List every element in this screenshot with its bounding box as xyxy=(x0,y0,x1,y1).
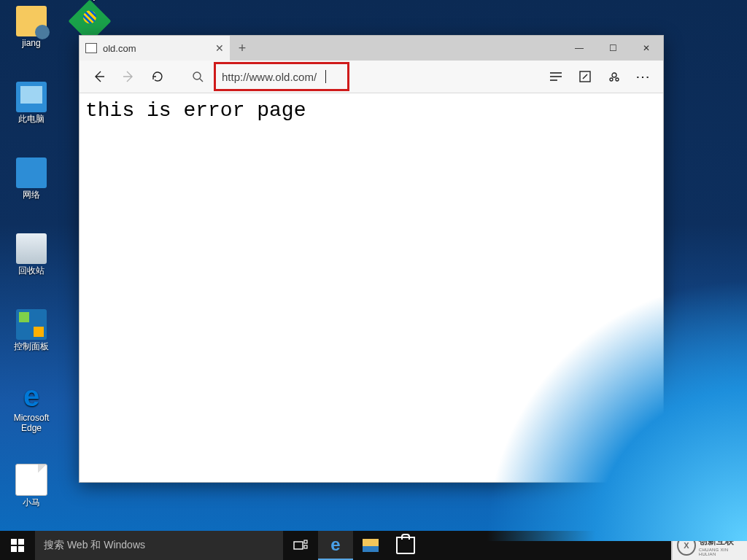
desktop-icon-label: 小马 xyxy=(6,497,57,508)
desktop-icon-label: 控制面板 xyxy=(6,341,57,351)
forward-button[interactable] xyxy=(116,64,141,89)
task-view-icon xyxy=(293,540,308,551)
window-controls: — ☐ ✕ xyxy=(562,36,663,61)
windows-logo-icon xyxy=(11,539,24,552)
file-explorer-icon xyxy=(363,539,379,552)
svg-point-0 xyxy=(193,72,201,79)
refresh-icon xyxy=(151,70,164,83)
tab-title: old.com xyxy=(103,43,209,54)
desktop-icon-label: 回收站 xyxy=(6,265,57,276)
taskbar-app-edge[interactable]: e xyxy=(318,531,353,560)
desktop-icon-label: 网络 xyxy=(6,190,57,200)
svg-point-7 xyxy=(610,78,613,81)
taskbar-app-store[interactable] xyxy=(388,531,423,560)
tab-favicon-icon xyxy=(85,43,97,53)
desktop-icon-user-folder[interactable]: jiang xyxy=(6,6,57,48)
store-icon xyxy=(396,537,415,554)
svg-rect-9 xyxy=(294,542,303,549)
svg-point-6 xyxy=(612,73,616,77)
svg-point-8 xyxy=(616,78,619,81)
edge-browser-window: old.com ✕ + — ☐ ✕ xyxy=(79,35,664,483)
edge-icon: e xyxy=(16,381,47,411)
taskbar-app-explorer[interactable] xyxy=(353,531,388,560)
desktop-icon-label: jiang xyxy=(6,38,57,48)
desktop-icon-this-pc[interactable]: 此电脑 xyxy=(6,82,57,124)
web-note-button[interactable] xyxy=(573,64,597,89)
desktop-icon-document[interactable]: 小马 xyxy=(6,464,57,508)
document-icon xyxy=(15,464,47,496)
window-maximize-button[interactable]: ☐ xyxy=(596,36,630,61)
watermark-text: 创新互联 CHUANG XIN HULIAN xyxy=(699,535,743,556)
new-tab-button[interactable]: + xyxy=(230,36,255,61)
reading-list-icon xyxy=(549,71,562,82)
page-content: this is error page xyxy=(80,93,663,482)
share-icon xyxy=(608,70,621,83)
reading-view-button[interactable] xyxy=(543,64,568,89)
text-cursor xyxy=(325,70,326,83)
this-pc-icon xyxy=(16,82,47,112)
watermark: X 创新互联 CHUANG XIN HULIAN xyxy=(671,531,747,560)
control-panel-icon xyxy=(16,309,47,340)
address-bar-highlight xyxy=(214,62,349,91)
start-button[interactable] xyxy=(0,531,35,560)
desktop-icon-control-panel[interactable]: 控制面板 xyxy=(6,309,57,351)
search-icon[interactable] xyxy=(192,71,209,82)
more-button[interactable]: ⋯ xyxy=(631,64,656,89)
address-bar[interactable] xyxy=(214,63,539,90)
window-close-button[interactable]: ✕ xyxy=(630,36,663,61)
tab-close-icon[interactable]: ✕ xyxy=(215,42,224,54)
taskbar: 搜索 Web 和 Windows e ˄ xyxy=(0,531,747,560)
desktop-icon-network[interactable]: 网络 xyxy=(6,158,57,200)
recycle-bin-icon xyxy=(16,233,47,264)
window-minimize-button[interactable]: — xyxy=(562,36,596,61)
note-icon xyxy=(578,70,592,83)
tab-bar: old.com ✕ + — ☐ ✕ xyxy=(80,36,663,61)
taskbar-search-input[interactable]: 搜索 Web 和 Windows xyxy=(35,531,283,560)
desktop-background: jiang fi 此电脑 网络 回收站 控制面板 e Microsoft Edg… xyxy=(0,0,747,560)
svg-rect-10 xyxy=(304,540,307,543)
arrow-left-icon xyxy=(92,69,107,84)
edge-icon: e xyxy=(330,534,340,555)
url-input[interactable] xyxy=(220,70,325,84)
browser-tab[interactable]: old.com ✕ xyxy=(80,36,230,61)
desktop-icon-edge[interactable]: e Microsoft Edge xyxy=(6,381,57,433)
folder-user-icon xyxy=(16,6,47,36)
desktop-icon-label: Microsoft Edge xyxy=(6,413,57,433)
task-view-button[interactable] xyxy=(283,531,318,560)
network-icon xyxy=(16,158,47,188)
page-body-text: this is error page xyxy=(85,99,657,122)
arrow-right-icon xyxy=(121,69,136,84)
search-placeholder: 搜索 Web 和 Windows xyxy=(44,539,145,552)
watermark-logo-icon: X xyxy=(677,535,696,556)
refresh-button[interactable] xyxy=(145,64,170,89)
share-button[interactable] xyxy=(602,64,627,89)
desktop-icon-label: 此电脑 xyxy=(6,114,57,124)
svg-rect-11 xyxy=(304,545,307,548)
navigation-bar: ⋯ xyxy=(80,61,663,93)
svg-line-1 xyxy=(200,79,203,82)
back-button[interactable] xyxy=(87,64,112,89)
desktop-icon-recycle-bin[interactable]: 回收站 xyxy=(6,233,57,276)
